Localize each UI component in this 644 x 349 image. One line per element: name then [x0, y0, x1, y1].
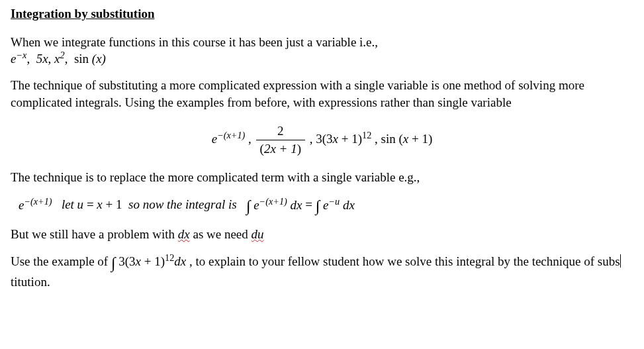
fraction-denominator: (2x + 1)	[256, 140, 305, 158]
document-page: Integration by substitution When we inte…	[0, 0, 644, 313]
task-paragraph: Use the example of ∫ 3(3x + 1)12dx , to …	[11, 252, 633, 291]
expr-e-neg-xplus1: e−(x+1)	[212, 132, 248, 146]
replace-paragraph: The technique is to replace the more com…	[11, 169, 633, 186]
let-u-equals: let u = x + 1 so now the integral is	[55, 198, 243, 212]
wavy-underline-du: du	[252, 227, 264, 241]
section-title: Integration by substitution	[11, 5, 155, 23]
substitution-line: e−(x+1) let u = x + 1 so now the integra…	[19, 195, 633, 217]
expr-sin-xplus1: sin (x + 1)	[381, 132, 433, 146]
equals-sign: =	[305, 198, 315, 212]
text: titution.	[11, 275, 50, 289]
fraction-2-over-2xplus1: 2 (2x + 1)	[256, 123, 305, 157]
integral-sign-icon: ∫	[111, 252, 116, 274]
text: But we still have a problem with	[11, 227, 178, 241]
wavy-underline-dx: dx	[178, 227, 190, 241]
expr-e-neg-xplus1: e−(x+1)	[19, 198, 55, 212]
display-equation: e−(x+1) , 2 (2x + 1) , 3(3x + 1)12 , sin…	[11, 123, 633, 157]
expr-3-3xplus1-pow12: 3(3x + 1)12	[316, 132, 375, 146]
text: Use the example of	[11, 254, 111, 268]
superscript: −(x+1)	[217, 129, 245, 140]
task-integral: ∫ 3(3x + 1)12dx	[111, 254, 189, 268]
intro-math-examples: e−x, 5x, x2, sin (x)	[11, 52, 106, 66]
separator: ,	[306, 132, 316, 146]
integral-e-neg-xplus1-dx: ∫ e−(x+1) dx	[246, 198, 305, 212]
integral-e-neg-u-dx: ∫ e−u dx	[316, 198, 355, 212]
text: as we need	[190, 227, 252, 241]
superscript: 12	[362, 129, 371, 140]
problem-dx-paragraph: But we still have a problem with dx as w…	[11, 226, 633, 243]
intro-line1: When we integrate functions in this cour…	[11, 35, 378, 49]
technique-paragraph: The technique of substituting a more com…	[11, 77, 633, 111]
separator: ,	[375, 132, 381, 146]
intro-paragraph: When we integrate functions in this cour…	[11, 34, 633, 68]
text-cursor-icon	[620, 254, 621, 268]
integral-sign-icon: ∫	[246, 195, 251, 217]
separator: ,	[248, 132, 255, 146]
fraction-numerator: 2	[256, 123, 305, 140]
integral-sign-icon: ∫	[316, 195, 320, 217]
text: , to explain to your fellow student how …	[189, 254, 620, 268]
